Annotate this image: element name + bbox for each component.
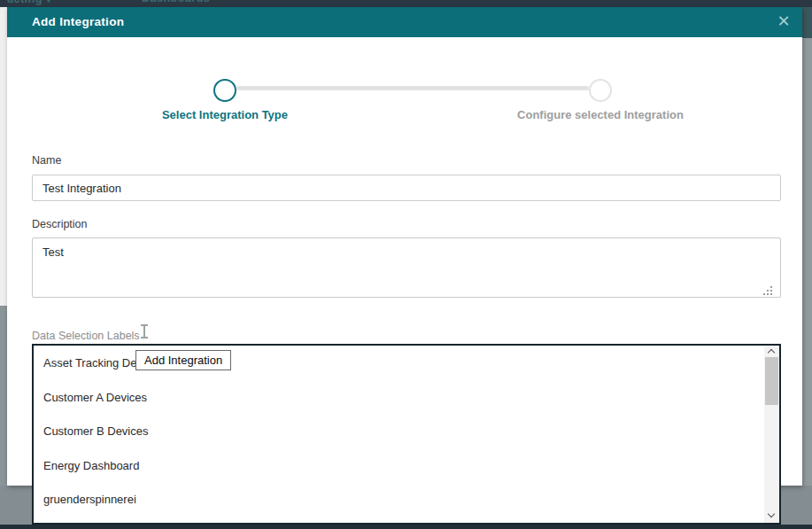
- list-item[interactable]: Energy Dashboard: [34, 449, 751, 484]
- resize-grip-icon[interactable]: [770, 286, 772, 288]
- list-item[interactable]: Customer B Devices: [34, 415, 751, 449]
- stepper-step-1-circle: [213, 79, 236, 102]
- list-item[interactable]: gruenderspinnerei: [34, 483, 751, 517]
- listbox-scrollbar[interactable]: [764, 346, 779, 523]
- list-item[interactable]: Customer A Devices: [34, 381, 751, 416]
- stepper-step-2-label: Configure selected Integration: [460, 108, 740, 121]
- scroll-down-icon[interactable]: [764, 510, 779, 523]
- name-label: Name: [32, 154, 61, 167]
- data-selection-labels-listbox[interactable]: Asset Tracking Devices Customer A Device…: [32, 344, 781, 525]
- stepper-step-1-label: Select Integration Type: [122, 108, 328, 121]
- dialog-title: Add Integration: [32, 7, 124, 37]
- tooltip: Add Integration: [135, 350, 231, 370]
- stepper-connector-line: [236, 86, 589, 90]
- description-textarea[interactable]: Test: [32, 237, 781, 298]
- backdrop-left-bottom: [0, 306, 7, 486]
- scrollbar-thumb[interactable]: [765, 357, 778, 405]
- screen: acting ▾ Dashboards Add Integration ✕ Se…: [0, 0, 812, 529]
- backdrop-right-mid: [802, 38, 812, 486]
- stepper-step-2-circle: [589, 79, 612, 102]
- name-input[interactable]: [32, 175, 781, 201]
- navbar-text-fragment: Dashboards: [142, 0, 210, 4]
- close-icon[interactable]: ✕: [771, 7, 796, 37]
- description-label: Description: [32, 218, 88, 230]
- backdrop-bottom-footer: [0, 525, 812, 529]
- navbar-text-fragment: acting ▾: [7, 0, 52, 5]
- text-cursor-icon: [140, 324, 149, 338]
- dialog-header: Add Integration ✕: [7, 7, 802, 37]
- background-navbar-clipped: acting ▾ Dashboards: [0, 0, 812, 7]
- data-selection-labels-label: Data Selection Labels: [32, 330, 140, 342]
- backdrop-left-top: [0, 7, 7, 306]
